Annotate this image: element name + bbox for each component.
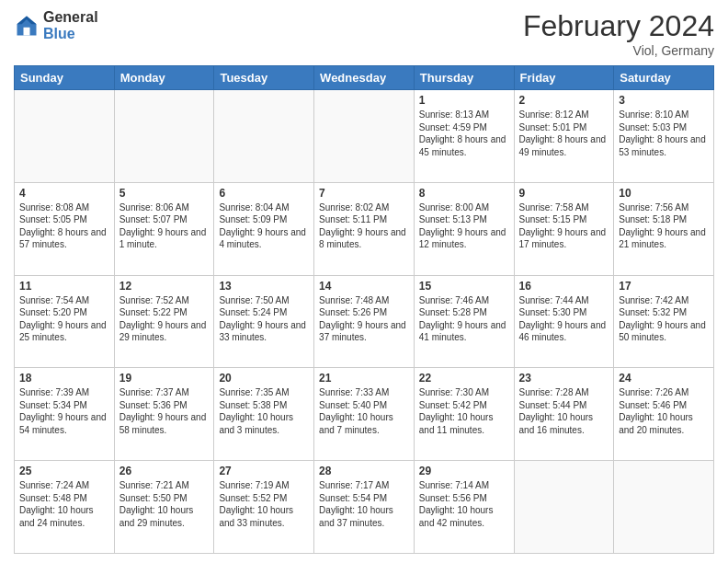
day-number: 12 (119, 280, 210, 293)
calendar-table: SundayMondayTuesdayWednesdayThursdayFrid… (14, 65, 714, 554)
month-title: February 2024 (523, 9, 714, 43)
day-number: 3 (619, 94, 709, 107)
logo-text: General Blue (43, 9, 98, 41)
day-number: 4 (19, 187, 109, 200)
week-row-3: 11Sunrise: 7:54 AM Sunset: 5:20 PM Dayli… (15, 275, 714, 368)
day-cell (514, 461, 614, 554)
day-cell: 3Sunrise: 8:10 AM Sunset: 5:03 PM Daylig… (614, 90, 714, 183)
week-row-4: 18Sunrise: 7:39 AM Sunset: 5:34 PM Dayli… (15, 368, 714, 461)
day-info: Sunrise: 7:37 AM Sunset: 5:36 PM Dayligh… (119, 386, 210, 436)
day-cell: 10Sunrise: 7:56 AM Sunset: 5:18 PM Dayli… (614, 182, 714, 275)
day-info: Sunrise: 7:44 AM Sunset: 5:30 PM Dayligh… (519, 294, 609, 344)
day-number: 10 (619, 187, 709, 200)
week-row-5: 25Sunrise: 7:24 AM Sunset: 5:48 PM Dayli… (15, 461, 714, 554)
day-number: 8 (419, 187, 509, 200)
day-number: 19 (119, 372, 210, 385)
day-number: 21 (319, 372, 409, 385)
day-cell: 17Sunrise: 7:42 AM Sunset: 5:32 PM Dayli… (614, 275, 714, 368)
location: Viol, Germany (523, 43, 714, 58)
day-number: 16 (519, 280, 609, 293)
day-info: Sunrise: 8:12 AM Sunset: 5:01 PM Dayligh… (519, 109, 609, 158)
day-number: 9 (519, 187, 609, 200)
day-info: Sunrise: 7:17 AM Sunset: 5:54 PM Dayligh… (319, 479, 409, 529)
day-info: Sunrise: 7:42 AM Sunset: 5:32 PM Dayligh… (619, 294, 709, 344)
day-number: 13 (219, 280, 309, 293)
day-number: 22 (419, 372, 509, 385)
day-number: 17 (619, 280, 709, 293)
page: General Blue February 2024 Viol, Germany… (0, 0, 728, 563)
day-cell: 6Sunrise: 8:04 AM Sunset: 5:09 PM Daylig… (214, 182, 314, 275)
col-header-wednesday: Wednesday (314, 66, 415, 90)
title-block: February 2024 Viol, Germany (523, 9, 714, 58)
day-info: Sunrise: 7:21 AM Sunset: 5:50 PM Dayligh… (119, 479, 210, 529)
day-number: 14 (319, 280, 409, 293)
day-cell: 20Sunrise: 7:35 AM Sunset: 5:38 PM Dayli… (214, 368, 314, 461)
day-info: Sunrise: 7:56 AM Sunset: 5:18 PM Dayligh… (619, 201, 709, 251)
day-info: Sunrise: 8:13 AM Sunset: 4:59 PM Dayligh… (419, 109, 509, 158)
day-number: 25 (19, 465, 109, 477)
day-info: Sunrise: 8:06 AM Sunset: 5:07 PM Dayligh… (119, 201, 210, 251)
day-number: 29 (419, 465, 509, 477)
day-cell: 21Sunrise: 7:33 AM Sunset: 5:40 PM Dayli… (314, 368, 415, 461)
day-cell (314, 90, 415, 183)
day-number: 27 (219, 465, 309, 477)
day-number: 20 (219, 372, 309, 385)
day-info: Sunrise: 7:52 AM Sunset: 5:22 PM Dayligh… (119, 294, 210, 344)
day-info: Sunrise: 8:04 AM Sunset: 5:09 PM Dayligh… (219, 201, 309, 251)
day-number: 24 (619, 372, 709, 385)
day-cell: 25Sunrise: 7:24 AM Sunset: 5:48 PM Dayli… (15, 461, 115, 554)
day-cell (15, 90, 115, 183)
svg-rect-2 (24, 27, 30, 35)
day-info: Sunrise: 7:35 AM Sunset: 5:38 PM Dayligh… (219, 386, 309, 436)
day-info: Sunrise: 7:46 AM Sunset: 5:28 PM Dayligh… (419, 294, 509, 344)
day-cell: 24Sunrise: 7:26 AM Sunset: 5:46 PM Dayli… (614, 368, 714, 461)
day-number: 7 (319, 187, 409, 200)
day-cell: 2Sunrise: 8:12 AM Sunset: 5:01 PM Daylig… (514, 90, 614, 183)
day-cell: 4Sunrise: 8:08 AM Sunset: 5:05 PM Daylig… (15, 182, 115, 275)
day-cell: 5Sunrise: 8:06 AM Sunset: 5:07 PM Daylig… (114, 182, 214, 275)
day-cell: 29Sunrise: 7:14 AM Sunset: 5:56 PM Dayli… (414, 461, 514, 554)
day-cell: 7Sunrise: 8:02 AM Sunset: 5:11 PM Daylig… (314, 182, 415, 275)
day-number: 15 (419, 280, 509, 293)
day-info: Sunrise: 7:33 AM Sunset: 5:40 PM Dayligh… (319, 386, 409, 436)
day-info: Sunrise: 7:54 AM Sunset: 5:20 PM Dayligh… (19, 294, 109, 344)
day-cell: 8Sunrise: 8:00 AM Sunset: 5:13 PM Daylig… (414, 182, 514, 275)
day-info: Sunrise: 7:14 AM Sunset: 5:56 PM Dayligh… (419, 479, 509, 529)
logo: General Blue (14, 9, 98, 41)
day-info: Sunrise: 8:08 AM Sunset: 5:05 PM Dayligh… (19, 201, 109, 251)
day-cell: 15Sunrise: 7:46 AM Sunset: 5:28 PM Dayli… (414, 275, 514, 368)
day-cell (114, 90, 214, 183)
day-cell: 22Sunrise: 7:30 AM Sunset: 5:42 PM Dayli… (414, 368, 514, 461)
day-info: Sunrise: 7:30 AM Sunset: 5:42 PM Dayligh… (419, 386, 509, 436)
logo-icon (14, 13, 40, 39)
day-cell: 9Sunrise: 7:58 AM Sunset: 5:15 PM Daylig… (514, 182, 614, 275)
day-cell: 11Sunrise: 7:54 AM Sunset: 5:20 PM Dayli… (15, 275, 115, 368)
day-info: Sunrise: 7:28 AM Sunset: 5:44 PM Dayligh… (519, 386, 609, 436)
day-cell: 27Sunrise: 7:19 AM Sunset: 5:52 PM Dayli… (214, 461, 314, 554)
day-info: Sunrise: 7:19 AM Sunset: 5:52 PM Dayligh… (219, 479, 309, 529)
col-header-tuesday: Tuesday (214, 66, 314, 90)
week-row-2: 4Sunrise: 8:08 AM Sunset: 5:05 PM Daylig… (15, 182, 714, 275)
day-number: 28 (319, 465, 409, 477)
col-header-sunday: Sunday (15, 66, 115, 90)
day-number: 26 (119, 465, 210, 477)
header-row: SundayMondayTuesdayWednesdayThursdayFrid… (15, 66, 714, 90)
day-info: Sunrise: 8:00 AM Sunset: 5:13 PM Dayligh… (419, 201, 509, 251)
day-info: Sunrise: 8:10 AM Sunset: 5:03 PM Dayligh… (619, 109, 709, 158)
day-info: Sunrise: 8:02 AM Sunset: 5:11 PM Dayligh… (319, 201, 409, 251)
day-cell: 28Sunrise: 7:17 AM Sunset: 5:54 PM Dayli… (314, 461, 415, 554)
day-cell: 16Sunrise: 7:44 AM Sunset: 5:30 PM Dayli… (514, 275, 614, 368)
day-cell: 26Sunrise: 7:21 AM Sunset: 5:50 PM Dayli… (114, 461, 214, 554)
day-number: 5 (119, 187, 210, 200)
day-cell: 18Sunrise: 7:39 AM Sunset: 5:34 PM Dayli… (15, 368, 115, 461)
day-cell: 14Sunrise: 7:48 AM Sunset: 5:26 PM Dayli… (314, 275, 415, 368)
day-cell (214, 90, 314, 183)
logo-general-text: General (43, 9, 98, 26)
day-info: Sunrise: 7:48 AM Sunset: 5:26 PM Dayligh… (319, 294, 409, 344)
col-header-thursday: Thursday (414, 66, 514, 90)
header: General Blue February 2024 Viol, Germany (14, 9, 714, 58)
day-cell (614, 461, 714, 554)
logo-blue-text: Blue (43, 26, 98, 42)
day-info: Sunrise: 7:26 AM Sunset: 5:46 PM Dayligh… (619, 386, 709, 436)
day-number: 18 (19, 372, 109, 385)
